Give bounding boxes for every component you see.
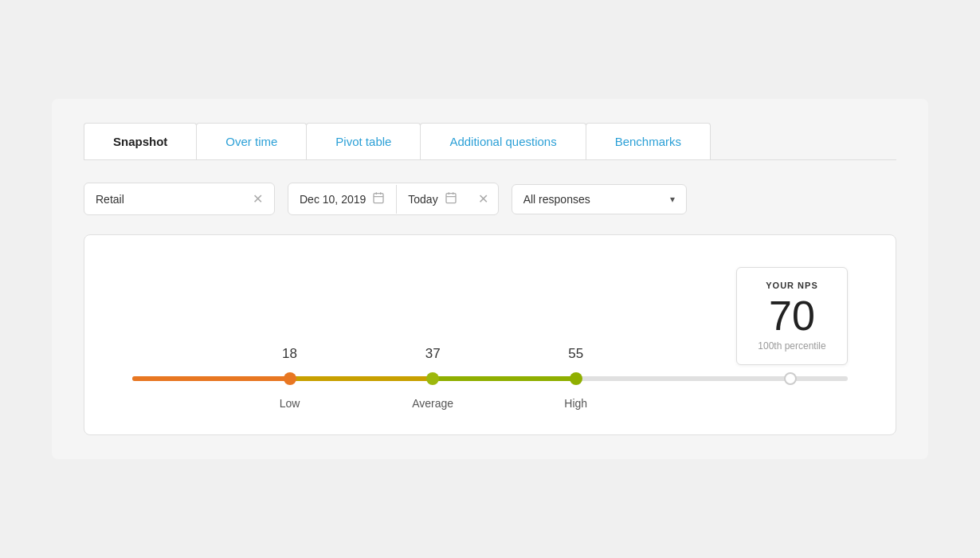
marker-55-value: 55 [568,346,583,362]
date-to-part[interactable]: Today [397,183,468,214]
date-from-part[interactable]: Dec 10, 2019 [288,183,396,214]
calendar-to-icon [445,191,457,206]
calendar-from-icon [372,191,385,206]
industry-value: Retail [96,193,124,206]
tab-over-time[interactable]: Over time [196,123,307,159]
dot-your-nps [784,372,797,385]
responses-value: All responses [523,193,590,206]
tab-snapshot[interactable]: Snapshot [84,123,197,159]
nps-value: 70 [756,293,828,339]
track-segment-yellow [290,376,433,381]
filter-row: Retail ✕ Dec 10, 2019 Today [84,183,896,215]
industry-filter[interactable]: Retail ✕ [84,183,275,215]
dot-high [570,372,582,385]
tab-pivot-table[interactable]: Pivot table [306,123,421,159]
nps-label: YOUR NPS [756,281,828,290]
nps-percentile: 100th percentile [756,340,828,352]
marker-18-value: 18 [282,346,297,362]
chart-card: YOUR NPS 70 100th percentile 18 37 55 [84,234,896,435]
tab-additional-questions[interactable]: Additional questions [420,123,586,159]
nps-box: YOUR NPS 70 100th percentile [736,267,848,365]
responses-dropdown[interactable]: All responses ▾ [512,184,687,214]
svg-rect-0 [374,194,383,203]
svg-rect-4 [446,194,456,203]
dot-average [426,372,439,385]
date-range-clear-icon[interactable]: ✕ [468,183,498,214]
tab-benchmarks[interactable]: Benchmarks [586,123,711,159]
chevron-down-icon: ▾ [670,194,675,205]
benchmark-chart: 18 37 55 Low Average High [132,363,848,395]
label-low: Low [280,397,300,410]
marker-37-value: 37 [425,346,441,362]
date-range-filter[interactable]: Dec 10, 2019 Today [288,183,499,215]
tab-bar: Snapshot Over time Pivot table Additiona… [84,123,896,160]
track-wrapper: 18 37 55 Low Average High [132,363,848,395]
date-from-value: Dec 10, 2019 [300,193,366,206]
benchmark-track: 18 37 55 Low Average High [132,376,848,381]
dot-low [284,372,296,385]
main-container: Snapshot Over time Pivot table Additiona… [52,99,928,459]
label-average: Average [412,397,453,410]
date-to-value: Today [408,193,437,206]
track-segment-lime [433,376,576,381]
label-high: High [564,397,587,410]
track-segment-orange [132,376,290,381]
industry-clear-icon[interactable]: ✕ [253,191,263,206]
